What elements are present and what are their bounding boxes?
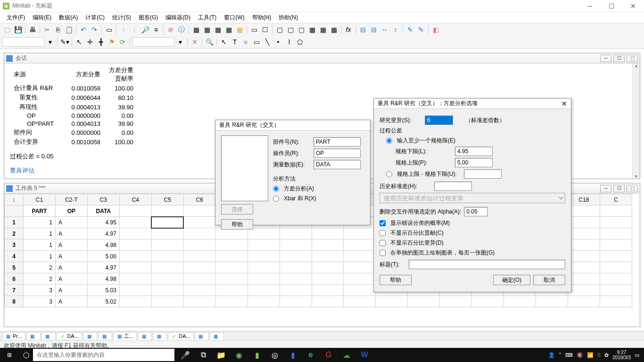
cell[interactable]: [183, 262, 215, 273]
rect-icon[interactable]: ▭: [251, 37, 262, 47]
cell[interactable]: [312, 251, 344, 262]
start-button[interactable]: ⊞: [0, 348, 19, 362]
cell[interactable]: 4.97: [87, 262, 119, 273]
cell[interactable]: [151, 239, 183, 251]
cell[interactable]: [183, 273, 215, 285]
cell[interactable]: [600, 217, 632, 228]
alpha-input[interactable]: [464, 207, 487, 216]
cell[interactable]: [568, 217, 600, 228]
menu-editor[interactable]: 编辑器(D): [162, 12, 194, 23]
column-name[interactable]: [151, 206, 183, 217]
nopct-contrib-check[interactable]: [380, 230, 386, 236]
xbar-radio[interactable]: [273, 196, 279, 202]
volume-icon[interactable]: 🔇: [577, 352, 583, 358]
ime-icon[interactable]: ⌨: [565, 352, 573, 358]
tb-btn[interactable]: ✎: [416, 25, 426, 35]
cell[interactable]: [183, 239, 215, 251]
cell[interactable]: [215, 251, 248, 262]
cancel-button[interactable]: 取消: [533, 275, 565, 285]
tb-btn[interactable]: ▦: [223, 25, 234, 35]
cell[interactable]: [504, 296, 536, 307]
cell[interactable]: 3: [23, 285, 55, 296]
print-icon[interactable]: 🖶: [27, 25, 38, 35]
tray-icon[interactable]: ✿: [604, 352, 609, 358]
cell[interactable]: 2: [23, 262, 55, 273]
cell[interactable]: [344, 262, 376, 273]
cell[interactable]: [280, 239, 312, 251]
cell[interactable]: 4.98: [87, 273, 119, 285]
cell[interactable]: [248, 273, 280, 285]
win-maximize[interactable]: ☐: [613, 185, 625, 192]
spec-radio[interactable]: [386, 138, 392, 144]
win-minimize[interactable]: ─: [600, 185, 611, 192]
cell[interactable]: [248, 285, 280, 296]
win-maximize[interactable]: ☐: [613, 55, 625, 62]
cell[interactable]: 3: [23, 296, 55, 307]
cell[interactable]: 1: [23, 228, 55, 239]
column-name[interactable]: [568, 206, 600, 217]
save-icon[interactable]: 💾: [13, 25, 23, 35]
menu-file[interactable]: 文件(F): [3, 12, 29, 23]
cell[interactable]: [344, 251, 376, 262]
menu-assist[interactable]: 协助(N): [275, 12, 302, 23]
column-name[interactable]: [119, 206, 151, 217]
cell[interactable]: [248, 251, 280, 262]
cut-icon[interactable]: ✂: [42, 25, 52, 35]
mic-icon[interactable]: 🎤: [176, 348, 194, 362]
row-header[interactable]: 1: [5, 217, 24, 228]
win-minimize[interactable]: ─: [600, 55, 611, 62]
window-tab[interactable]: ▦: [138, 332, 152, 339]
cell[interactable]: 5.03: [87, 285, 119, 296]
cell[interactable]: [344, 296, 376, 307]
text-icon[interactable]: T: [230, 37, 240, 47]
tb-btn[interactable]: ▢: [274, 25, 285, 35]
cell[interactable]: 4.95: [87, 217, 119, 228]
cell[interactable]: A: [55, 285, 87, 296]
cell[interactable]: [440, 296, 472, 307]
cell[interactable]: [280, 273, 312, 285]
menu-tools[interactable]: 工具(T): [194, 12, 220, 23]
cell[interactable]: [568, 228, 600, 239]
cell[interactable]: 5.02: [87, 296, 119, 307]
scrollbar[interactable]: [632, 64, 640, 179]
cell[interactable]: [215, 296, 248, 307]
app-icon[interactable]: ▮: [284, 348, 302, 362]
window-tab[interactable]: ▦工...: [113, 332, 137, 340]
column-header[interactable]: C: [600, 194, 632, 206]
column-header[interactable]: C4: [119, 194, 151, 206]
taskview-icon[interactable]: ⧉: [194, 348, 212, 362]
tb-btn[interactable]: ≡: [151, 25, 161, 35]
cell[interactable]: [568, 285, 600, 296]
cortana-icon[interactable]: ◯: [19, 352, 33, 358]
cell[interactable]: A: [55, 239, 87, 251]
cell[interactable]: [119, 296, 151, 307]
cell[interactable]: [183, 228, 215, 239]
clock[interactable]: 9:27 2019/3/3: [612, 350, 631, 360]
flag-icon[interactable]: ⚑: [107, 37, 117, 47]
cell[interactable]: [568, 273, 600, 285]
brush-icon[interactable]: ✎▾: [59, 37, 70, 47]
cell[interactable]: A: [55, 262, 87, 273]
nopct-var-check[interactable]: [380, 240, 386, 246]
tb-btn[interactable]: ⊟: [369, 25, 379, 35]
cell[interactable]: [600, 296, 632, 307]
tray-up-icon[interactable]: ˄: [559, 352, 561, 358]
cell[interactable]: 1: [23, 217, 55, 228]
cell[interactable]: [280, 251, 312, 262]
onepage-check[interactable]: [380, 250, 386, 256]
window-tab[interactable]: ▦: [41, 332, 56, 339]
cell[interactable]: [151, 296, 183, 307]
minitab-taskbar-icon[interactable]: ▮: [248, 348, 266, 362]
cell[interactable]: [280, 262, 312, 273]
tb-btn[interactable]: ✎: [405, 25, 415, 35]
op-input[interactable]: [314, 148, 361, 158]
tb-btn[interactable]: ▦: [213, 25, 223, 35]
polygon-icon[interactable]: ⬠: [295, 37, 305, 47]
pointer-icon[interactable]: ↖: [219, 37, 229, 47]
cell[interactable]: [119, 239, 151, 251]
cell[interactable]: [312, 285, 344, 296]
tb-btn[interactable]: ↕: [390, 25, 401, 35]
tb-btn[interactable]: ▦: [318, 25, 328, 35]
app-icon[interactable]: ◉: [230, 348, 248, 362]
cell[interactable]: [248, 239, 280, 251]
